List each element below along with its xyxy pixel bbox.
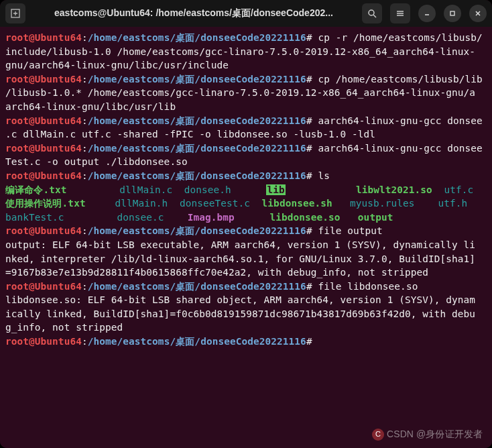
- search-icon: [367, 9, 377, 18]
- prompt-colon: :: [82, 115, 88, 126]
- ls-item: myusb.rules: [350, 197, 438, 211]
- watermark-author: @身份证开发者: [416, 427, 483, 441]
- ls-item: Imag.bmp: [188, 211, 270, 225]
- titlebar-right: [362, 3, 487, 23]
- close-icon: [475, 10, 481, 17]
- command-text: ls: [312, 170, 330, 181]
- prompt-path: /home/eastcoms/桌面/donseeCode20221116: [88, 74, 306, 85]
- prompt-hash: #: [306, 336, 312, 347]
- prompt-path: /home/eastcoms/桌面/donseeCode20221116: [88, 115, 306, 126]
- prompt-hash: #: [306, 281, 312, 292]
- ls-item: utf.c: [444, 183, 473, 197]
- prompt-path: /home/eastcoms/桌面/donseeCode20221116: [88, 336, 306, 347]
- watermark-site: CSDN: [387, 427, 414, 441]
- ls-item: utf.h: [438, 197, 468, 211]
- csdn-logo-icon: C: [372, 429, 384, 441]
- prompt-user: root@Ubuntu64: [5, 143, 82, 154]
- prompt-path: /home/eastcoms/桌面/donseeCode20221116: [88, 143, 306, 154]
- prompt-colon: :: [82, 170, 88, 181]
- prompt-path: /home/eastcoms/桌面/donseeCode20221116: [88, 281, 306, 292]
- ls-item: lib: [266, 183, 355, 197]
- ls-row: bankTest.c donsee.c Imag.bmp libdonsee.s…: [5, 211, 487, 225]
- prompt-hash: #: [306, 74, 312, 85]
- ls-item: 编译命令.txt: [5, 183, 119, 197]
- cursor-line: [312, 336, 318, 347]
- output-text: libdonsee.so: ELF 64-bit LSB shared obje…: [5, 294, 475, 333]
- output-text: output: ELF 64-bit LSB executable, ARM a…: [5, 239, 475, 278]
- watermark: CCSDN@身份证开发者: [372, 427, 483, 441]
- maximize-button[interactable]: [444, 5, 461, 22]
- prompt-user: root@Ubuntu64: [5, 170, 82, 181]
- close-button[interactable]: [469, 5, 487, 22]
- minimize-icon: [424, 10, 430, 17]
- maximize-icon: [449, 10, 456, 17]
- ls-item: donsee.c: [117, 211, 188, 225]
- prompt-hash: #: [306, 143, 312, 154]
- ls-item: libdonsee.so: [269, 211, 357, 225]
- menu-button[interactable]: [390, 3, 410, 23]
- prompt-hash: #: [306, 170, 312, 181]
- command-text: file output: [312, 225, 383, 236]
- prompt-hash: #: [306, 115, 312, 126]
- prompt-path: /home/eastcoms/桌面/donseeCode20221116: [88, 225, 306, 236]
- ls-item: donseeTest.c: [180, 197, 262, 211]
- search-button[interactable]: [362, 3, 382, 23]
- prompt-path: /home/eastcoms/桌面/donseeCode20221116: [88, 32, 306, 43]
- prompt-colon: :: [82, 32, 88, 43]
- ls-row: 编译命令.txt dllMain.c donsee.h lib libwlt20…: [5, 183, 487, 197]
- ls-item: output: [358, 211, 393, 225]
- prompt-user: root@Ubuntu64: [5, 225, 82, 236]
- window-title: eastcoms@Ubuntu64: /home/eastcoms/桌面/don…: [31, 7, 357, 19]
- prompt-user: root@Ubuntu64: [5, 74, 82, 85]
- ls-item: donsee.h: [184, 183, 267, 197]
- hamburger-icon: [395, 9, 405, 18]
- ls-item: libwlt2021.so: [356, 183, 444, 197]
- svg-line-4: [373, 15, 376, 17]
- new-tab-icon: [11, 9, 20, 18]
- prompt-colon: :: [82, 143, 88, 154]
- prompt-colon: :: [82, 336, 88, 347]
- prompt-user: root@Ubuntu64: [5, 336, 82, 347]
- ls-item: dllMain.c: [119, 183, 184, 197]
- prompt-hash: #: [306, 225, 312, 236]
- new-tab-button[interactable]: [5, 3, 25, 23]
- prompt-colon: :: [82, 225, 88, 236]
- command-text: file libdonsee.so: [312, 281, 418, 292]
- prompt-user: root@Ubuntu64: [5, 281, 82, 292]
- prompt-colon: :: [82, 74, 88, 85]
- ls-row: 使用操作说明.txt dllMain.h donseeTest.c libdon…: [5, 197, 487, 211]
- prompt-path: /home/eastcoms/桌面/donseeCode20221116: [88, 170, 306, 181]
- terminal-window: eastcoms@Ubuntu64: /home/eastcoms/桌面/don…: [0, 0, 492, 448]
- terminal-body[interactable]: root@Ubuntu64:/home/eastcoms/桌面/donseeCo…: [0, 27, 492, 448]
- prompt-user: root@Ubuntu64: [5, 32, 82, 43]
- ls-item: 使用操作说明.txt: [5, 197, 115, 211]
- ls-item: dllMain.h: [115, 197, 179, 211]
- titlebar: eastcoms@Ubuntu64: /home/eastcoms/桌面/don…: [0, 0, 492, 27]
- prompt-user: root@Ubuntu64: [5, 115, 82, 126]
- prompt-hash: #: [306, 32, 312, 43]
- svg-point-3: [369, 10, 374, 15]
- ls-item: libdonsee.sh: [262, 197, 350, 211]
- minimize-button[interactable]: [418, 5, 436, 22]
- svg-rect-9: [450, 11, 454, 15]
- prompt-colon: :: [82, 281, 88, 292]
- ls-item: bankTest.c: [5, 211, 117, 225]
